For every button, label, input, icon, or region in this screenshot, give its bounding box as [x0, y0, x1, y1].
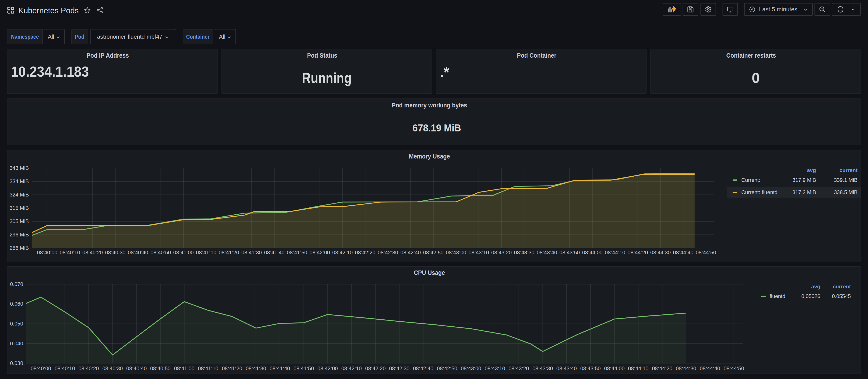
svg-text:08:44:20: 08:44:20	[627, 250, 648, 255]
svg-text:08:41:40: 08:41:40	[270, 366, 290, 371]
svg-text:08:44:50: 08:44:50	[724, 366, 744, 371]
svg-text:08:43:50: 08:43:50	[580, 366, 601, 371]
svg-text:08:43:40: 08:43:40	[537, 250, 557, 255]
svg-text:08:40:40: 08:40:40	[128, 250, 148, 255]
svg-text:324 MiB: 324 MiB	[10, 192, 29, 197]
svg-text:08:40:20: 08:40:20	[82, 250, 103, 255]
svg-text:08:42:10: 08:42:10	[341, 366, 362, 371]
svg-text:08:44:40: 08:44:40	[700, 366, 720, 371]
svg-text:286 MiB: 286 MiB	[10, 245, 29, 251]
svg-text:08:40:50: 08:40:50	[150, 366, 170, 371]
svg-text:08:42:50: 08:42:50	[423, 250, 443, 255]
svg-text:08:43:50: 08:43:50	[559, 250, 580, 255]
svg-text:08:43:00: 08:43:00	[446, 250, 466, 255]
svg-text:0.070: 0.070	[10, 281, 23, 287]
svg-text:08:40:50: 08:40:50	[151, 250, 171, 255]
svg-text:08:42:20: 08:42:20	[365, 366, 385, 371]
svg-text:08:40:10: 08:40:10	[55, 366, 75, 371]
svg-text:08:44:20: 08:44:20	[652, 366, 672, 371]
svg-text:0.050: 0.050	[10, 321, 23, 326]
svg-text:08:42:30: 08:42:30	[378, 250, 398, 255]
svg-text:08:43:30: 08:43:30	[532, 366, 553, 371]
svg-text:08:44:00: 08:44:00	[582, 250, 602, 255]
svg-text:08:44:40: 08:44:40	[673, 250, 693, 255]
svg-text:08:44:10: 08:44:10	[628, 366, 648, 371]
svg-text:08:41:20: 08:41:20	[222, 366, 242, 371]
svg-text:08:43:20: 08:43:20	[491, 250, 512, 255]
svg-text:08:43:30: 08:43:30	[514, 250, 534, 255]
svg-text:08:42:00: 08:42:00	[317, 366, 338, 371]
svg-text:343 MiB: 343 MiB	[10, 165, 29, 171]
svg-text:08:43:20: 08:43:20	[508, 366, 529, 371]
svg-text:315 MiB: 315 MiB	[10, 205, 29, 211]
svg-text:08:42:00: 08:42:00	[310, 250, 330, 255]
svg-text:08:44:00: 08:44:00	[604, 366, 624, 371]
svg-text:08:40:40: 08:40:40	[126, 366, 147, 371]
svg-text:08:40:30: 08:40:30	[105, 250, 125, 255]
svg-text:08:43:00: 08:43:00	[461, 366, 481, 371]
svg-text:305 MiB: 305 MiB	[10, 218, 29, 224]
svg-text:08:44:30: 08:44:30	[650, 250, 671, 255]
svg-text:08:41:40: 08:41:40	[264, 250, 284, 255]
svg-text:08:40:10: 08:40:10	[60, 250, 80, 255]
svg-text:0.060: 0.060	[10, 301, 23, 307]
svg-text:08:42:50: 08:42:50	[437, 366, 457, 371]
svg-text:296 MiB: 296 MiB	[10, 232, 29, 238]
svg-text:08:40:00: 08:40:00	[31, 366, 51, 371]
svg-text:08:42:10: 08:42:10	[332, 250, 352, 255]
svg-text:334 MiB: 334 MiB	[10, 178, 29, 184]
svg-text:08:40:20: 08:40:20	[79, 366, 99, 371]
svg-text:08:42:20: 08:42:20	[355, 250, 375, 255]
svg-text:08:40:00: 08:40:00	[37, 250, 57, 255]
svg-text:08:43:40: 08:43:40	[556, 366, 577, 371]
svg-text:08:42:30: 08:42:30	[389, 366, 409, 371]
svg-text:08:42:40: 08:42:40	[400, 250, 421, 255]
svg-text:0.030: 0.030	[10, 360, 23, 366]
svg-text:08:43:10: 08:43:10	[468, 250, 489, 255]
svg-text:08:41:50: 08:41:50	[293, 366, 314, 371]
svg-text:08:41:10: 08:41:10	[198, 366, 218, 371]
svg-text:08:41:00: 08:41:00	[173, 250, 193, 255]
svg-text:08:44:10: 08:44:10	[605, 250, 625, 255]
svg-text:08:41:30: 08:41:30	[241, 250, 262, 255]
svg-text:08:41:30: 08:41:30	[246, 366, 266, 371]
svg-text:08:41:10: 08:41:10	[196, 250, 216, 255]
svg-text:08:41:50: 08:41:50	[287, 250, 307, 255]
svg-text:08:40:30: 08:40:30	[102, 366, 123, 371]
svg-text:08:41:00: 08:41:00	[174, 366, 194, 371]
svg-text:08:44:30: 08:44:30	[676, 366, 696, 371]
svg-text:0.040: 0.040	[10, 341, 23, 346]
svg-text:08:41:20: 08:41:20	[219, 250, 239, 255]
svg-text:08:42:40: 08:42:40	[413, 366, 433, 371]
svg-text:08:43:10: 08:43:10	[485, 366, 505, 371]
svg-text:08:44:50: 08:44:50	[696, 250, 716, 255]
